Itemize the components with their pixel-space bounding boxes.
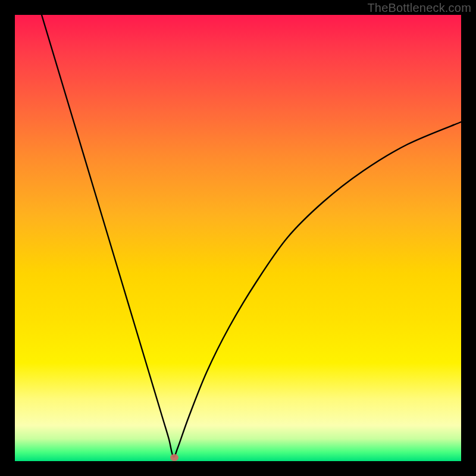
watermark-text: TheBottleneck.com xyxy=(367,1,471,15)
bottleneck-curve xyxy=(15,15,461,461)
optimum-marker xyxy=(170,454,178,461)
chart-frame xyxy=(15,15,461,461)
